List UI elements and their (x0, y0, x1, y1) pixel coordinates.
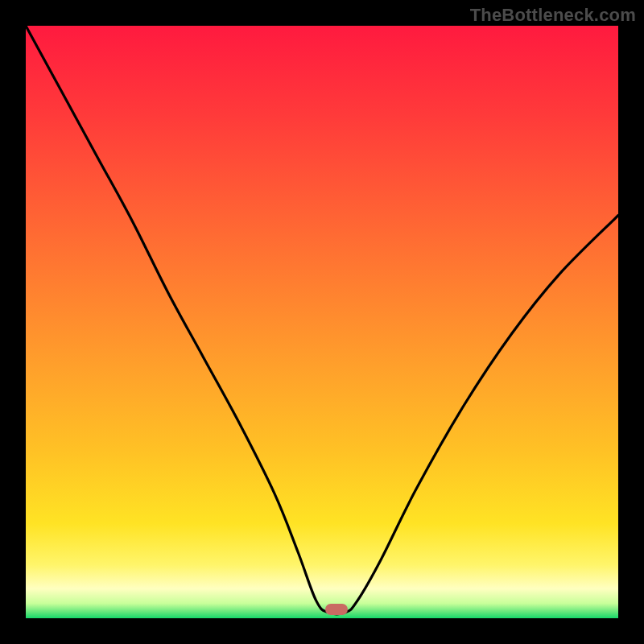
chart-frame: TheBottleneck.com (0, 0, 644, 644)
plot-area (26, 26, 618, 618)
optimal-marker (325, 604, 348, 615)
bottleneck-curve (26, 26, 618, 618)
watermark-text: TheBottleneck.com (470, 5, 636, 26)
